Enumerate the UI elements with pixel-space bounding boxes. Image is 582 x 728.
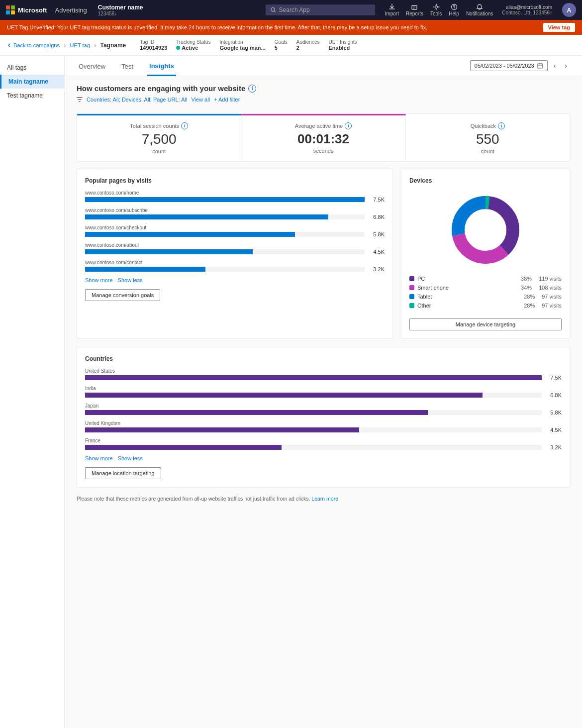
countries-bar-row: 3.2K xyxy=(85,444,562,450)
pages-show-more[interactable]: Show more xyxy=(85,277,113,283)
customer-section[interactable]: Customer name 123456↓ xyxy=(98,4,143,16)
top-nav: Microsoft Advertising Customer name 1234… xyxy=(0,0,582,20)
svg-rect-6 xyxy=(538,64,543,68)
notifications-nav[interactable]: Notifications xyxy=(466,3,493,16)
user-avatar[interactable]: A xyxy=(562,3,576,17)
sidebar-item-all-tags[interactable]: All tags xyxy=(0,61,64,75)
pages-bar-item-0: www.contoso.com/home 7.5K xyxy=(85,190,385,203)
pages-bar-track xyxy=(85,197,365,202)
legend-right: 28% 97 visits xyxy=(524,303,562,309)
two-col-section: Popular pages by visits www.contoso.com/… xyxy=(77,169,570,339)
manage-location-targeting-button[interactable]: Manage location targeting xyxy=(85,467,161,479)
countries-panel: Countries United States 7.5K India 6.8K … xyxy=(77,347,570,488)
pages-bar-value: 7.5K xyxy=(369,197,385,203)
help-nav[interactable]: Help xyxy=(449,3,459,16)
legend-value: 108 visits xyxy=(539,285,562,291)
countries-bar-fill xyxy=(85,375,542,380)
countries-bar-item-0: United States 7.5K xyxy=(85,368,562,381)
breadcrumb-sep1: › xyxy=(64,41,66,49)
footer-learn-more[interactable]: Learn more xyxy=(311,496,338,502)
countries-bar-label: United States xyxy=(85,368,562,374)
legend-label: PC xyxy=(417,276,425,282)
pages-bar-label: www.contoso.com/contact xyxy=(85,260,385,265)
date-next-arrow[interactable]: › xyxy=(562,60,570,72)
legend-dot xyxy=(409,294,414,299)
pages-show-less[interactable]: Show less xyxy=(118,277,143,283)
stat-value-quickback: 550 xyxy=(476,131,499,147)
pages-bar-row: 3.2K xyxy=(85,266,385,272)
sidebar-item-main-tagname[interactable]: Main tagname xyxy=(0,75,64,89)
legend-value: 97 visits xyxy=(542,303,562,309)
legend-label: Smart phone xyxy=(417,285,449,291)
countries-bar-track xyxy=(85,375,542,380)
main-wrapper: All tags Main tagname Test tagname Overv… xyxy=(0,56,582,728)
pages-bar-row: 6.8K xyxy=(85,214,385,220)
popular-pages-title: Popular pages by visits xyxy=(85,177,385,184)
date-prev-arrow[interactable]: ‹ xyxy=(551,60,559,72)
svg-rect-2 xyxy=(412,5,417,9)
uet-tag-crumb[interactable]: UET tag xyxy=(70,42,90,48)
svg-point-3 xyxy=(435,6,437,8)
date-picker[interactable]: 05/02/2023 - 05/02/2023 xyxy=(470,60,548,71)
pages-bar-track xyxy=(85,232,365,237)
search-input[interactable] xyxy=(279,6,370,13)
countries-show-less[interactable]: Show less xyxy=(118,455,143,461)
pages-bar-label: www.contoso.com/home xyxy=(85,190,385,196)
avgtime-info-icon[interactable]: i xyxy=(345,122,352,129)
pages-bar-value: 6.8K xyxy=(369,214,385,220)
countries-bar-label: Japan xyxy=(85,403,562,409)
countries-bar-fill xyxy=(85,445,282,450)
legend-item-3: Other 28% 97 visits xyxy=(409,303,562,309)
stat-avg-time: Average active time i 00:01:32 seconds xyxy=(241,114,405,161)
pages-bars: www.contoso.com/home 7.5K www.contoso.co… xyxy=(85,190,385,272)
sidebar: All tags Main tagname Test tagname xyxy=(0,56,65,728)
reports-nav[interactable]: Reports xyxy=(406,3,423,16)
sessions-info-icon[interactable]: i xyxy=(181,122,188,129)
pages-bar-label: www.contoso.com/about xyxy=(85,242,385,248)
add-filter-button[interactable]: + Add filter xyxy=(214,97,240,103)
stat-total-sessions: Total session counts i 7,500 count xyxy=(77,114,241,161)
warning-text: UET Tag Unverified: Your UET tag trackin… xyxy=(7,24,427,30)
countries-bar-row: 6.8K xyxy=(85,392,562,398)
top-nav-actions: Import Reports Tools Help Notifications … xyxy=(385,3,576,17)
legend-dot xyxy=(409,285,414,290)
quickback-info-icon[interactable]: i xyxy=(498,122,505,129)
tab-insights[interactable]: Insights xyxy=(147,56,176,76)
pages-bar-track xyxy=(85,214,365,219)
tab-test[interactable]: Test xyxy=(119,57,135,76)
brand-label: Microsoft xyxy=(18,6,47,14)
countries-bar-label: United Kingdom xyxy=(85,420,562,426)
countries-show-links: Show more Show less xyxy=(85,455,562,461)
stat-unit-sessions: count xyxy=(152,148,166,154)
pages-bar-fill xyxy=(85,249,253,254)
stat-label-avgtime: Average active time i xyxy=(295,122,352,129)
countries-show-more[interactable]: Show more xyxy=(85,455,113,461)
back-to-campaigns[interactable]: Back to campaigns xyxy=(7,42,60,48)
pages-bar-item-2: www.contoso.com/checkout 5.8K xyxy=(85,225,385,237)
import-nav[interactable]: Import xyxy=(385,3,399,16)
footer-note: Please note that these metrics are gener… xyxy=(77,496,570,502)
manage-device-targeting-button[interactable]: Manage device targeting xyxy=(409,318,562,330)
heading-info-icon[interactable]: i xyxy=(248,85,256,93)
pages-bar-track xyxy=(85,249,365,254)
popular-pages-show-links: Show more Show less xyxy=(85,277,385,283)
goals-meta: Goals 5 xyxy=(275,39,288,51)
ms-logo: Microsoft xyxy=(6,5,47,14)
view-tag-button[interactable]: View tag xyxy=(543,23,575,32)
tools-nav[interactable]: Tools xyxy=(430,3,442,16)
search-bar[interactable] xyxy=(266,4,375,15)
countries-bar-item-2: Japan 5.8K xyxy=(85,403,562,416)
legend-pct: 28% xyxy=(524,303,535,309)
countries-bar-label: India xyxy=(85,386,562,391)
countries-bar-item-1: India 6.8K xyxy=(85,386,562,398)
legend-value: 119 visits xyxy=(539,276,562,282)
manage-conversion-goals-button[interactable]: Manage conversion goals xyxy=(85,289,160,301)
view-all-filter[interactable]: View all xyxy=(191,97,210,103)
countries-bar-item-4: France 3.2K xyxy=(85,438,562,450)
legend-left: Other xyxy=(409,303,431,309)
sidebar-item-test-tagname[interactable]: Test tagname xyxy=(0,89,64,103)
countries-bars: United States 7.5K India 6.8K Japan 5.8K… xyxy=(85,368,562,450)
legend-pct: 38% xyxy=(521,276,532,282)
donut-chart xyxy=(446,190,525,270)
tab-overview[interactable]: Overview xyxy=(77,57,107,76)
